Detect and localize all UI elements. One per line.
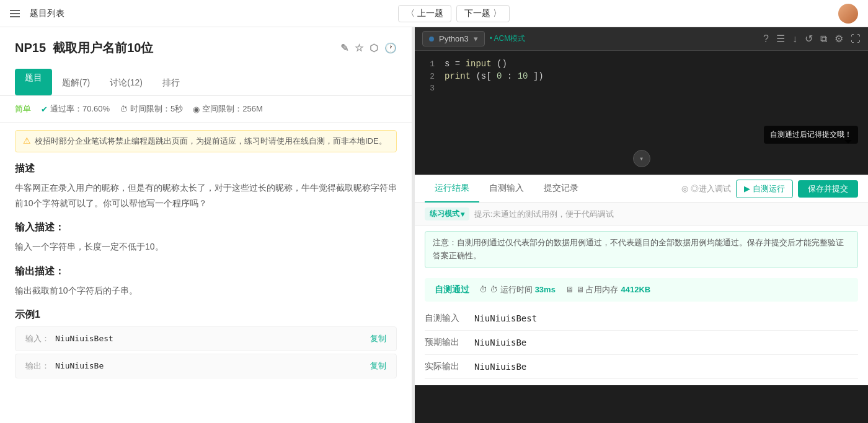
chevron-down-icon: ▾ [461, 210, 464, 219]
clock-icon[interactable]: 🕐 [384, 42, 397, 54]
self-run-button[interactable]: ▶ 自测运行 [736, 180, 793, 198]
example-output-row: 输出： NiuNiuisBe 复制 [15, 354, 397, 378]
copy-output-button[interactable]: 复制 [370, 360, 386, 372]
mem-value: 4412KB [621, 285, 651, 294]
input-row-label: 自测输入 [425, 313, 474, 324]
input-row-value: NiuNiuisBest [474, 313, 537, 323]
example-box: 输入： NiuNiuisBest 复制 输出： NiuNiuisBe 复制 [15, 326, 397, 378]
result-notice: 注意：自测用例通过仅代表部分的数据用例通过，不代表题目的全部数据用例均能通过。保… [425, 231, 858, 268]
edit-icon[interactable]: ✎ [340, 42, 348, 54]
tab-run-result[interactable]: 运行结果 [425, 175, 479, 203]
copy-input-button[interactable]: 复制 [370, 333, 386, 344]
pass-banner: 自测通过 ⏱ ⏱ 运行时间 33ms 🖥 🖥 占用内存 4412KB [425, 278, 858, 302]
run-icon: ▶ [744, 184, 750, 193]
download-icon[interactable]: ↓ [792, 33, 797, 45]
notice-text: 校招时部分企业笔试将禁止编程题跳出页面，为提前适应，练习时请使用在线自测，而非本… [35, 136, 387, 147]
menu-icon[interactable] [10, 10, 20, 17]
avatar [838, 4, 858, 24]
enter-debug-label: ◎进入调试 [691, 183, 731, 194]
line-number-1: 1 [415, 59, 435, 69]
star-icon[interactable]: ☆ [355, 42, 363, 54]
output-label: 输出： [25, 360, 50, 372]
settings-icon[interactable]: ⚙ [835, 33, 843, 45]
example-title: 示例1 [15, 308, 397, 321]
problem-list-button[interactable]: 题目列表 [25, 6, 69, 22]
copy-icon[interactable]: ⧉ [820, 33, 827, 45]
main-layout: NP15 截取用户名前10位 ✎ ☆ ⬡ 🕐 题目 题解(7) 讨论(12) 排… [0, 27, 868, 423]
chevron-down-icon: ▾ [639, 154, 644, 164]
list-icon[interactable]: ☰ [776, 33, 785, 45]
warning-icon: ⚠ [23, 136, 31, 146]
line-code-1: s = input () [445, 59, 507, 69]
enter-debug-button[interactable]: ◎ ◎进入调试 [681, 183, 731, 194]
pass-rate-text: 通过率：70.60% [50, 103, 110, 115]
input-desc-title: 输入描述： [15, 221, 397, 234]
description-title: 描述 [15, 162, 397, 175]
actual-row-label: 实际输出 [425, 361, 474, 372]
next-problem-button[interactable]: 下一题 〉 [456, 5, 510, 22]
save-submit-button[interactable]: 保存并提交 [798, 180, 858, 198]
output-desc-title: 输出描述： [15, 265, 397, 278]
difficulty-label: 简单 [15, 103, 31, 115]
output-desc-text: 输出截取前10个字符后的子串。 [15, 283, 397, 299]
fullscreen-icon[interactable]: ⛶ [851, 33, 861, 45]
editor-actions: ? ☰ ↓ ↺ ⧉ ⚙ ⛶ [763, 33, 861, 45]
nav-center: 〈 上一题 下一题 〉 [398, 5, 510, 22]
result-tabs: 运行结果 自测输入 提交记录 ◎ ◎进入调试 ▶ 自测运行 保存并提交 [415, 175, 868, 203]
line-number-3: 3 [415, 84, 435, 93]
space-limit-text: 空间限制：256M [202, 103, 263, 115]
nav-right [838, 4, 858, 24]
time-icon: ⏱ [479, 285, 487, 294]
tab-rank[interactable]: 排行 [153, 71, 190, 96]
expand-button[interactable]: ▾ [633, 150, 650, 167]
language-label: Python3 [439, 34, 469, 43]
description-text: 牛客网正在录入用户的昵称，但是有的昵称太长了，对于这些过长的昵称，牛牛觉得截取昵… [15, 180, 397, 211]
tab-self-input[interactable]: 自测输入 [479, 175, 534, 203]
expected-row-value: NiuNiuisBe [474, 338, 526, 347]
tab-submit-history[interactable]: 提交记录 [534, 175, 588, 203]
time-value: 33ms [535, 285, 556, 294]
line-code-2: print (s[ 0 : 10 ]) [445, 71, 544, 81]
mem-label: 🖥 占用内存 [576, 284, 619, 295]
actual-row-value: NiuNiuisBe [474, 362, 526, 372]
line-number-2: 2 [415, 72, 435, 81]
notice-bar: ⚠ 校招时部分企业笔试将禁止编程题跳出页面，为提前适应，练习时请使用在线自测，而… [15, 130, 397, 152]
time-meta: ⏱ ⏱ 运行时间 33ms [479, 284, 556, 295]
input-desc-text: 输入一个字符串，长度一定不低于10。 [15, 239, 397, 255]
difficulty-item: 简单 [15, 103, 31, 115]
tab-bar: 题目 题解(7) 讨论(12) 排行 [0, 66, 412, 96]
language-dot [429, 37, 434, 41]
self-test-tooltip: 自测通过后记得提交哦！ [764, 126, 858, 144]
share-icon[interactable]: ⬡ [370, 42, 378, 54]
left-panel: NP15 截取用户名前10位 ✎ ☆ ⬡ 🕐 题目 题解(7) 讨论(12) 排… [0, 27, 412, 423]
time-limit-text: 时间限制：5秒 [130, 103, 183, 115]
problem-id: NP15 [15, 41, 46, 55]
input-label: 输入： [25, 333, 50, 344]
tab-solution[interactable]: 题解(7) [52, 71, 100, 96]
refresh-icon[interactable]: ↺ [805, 33, 813, 45]
acm-mode-tag: • ACM模式 [490, 33, 526, 44]
pass-rate-item: ✔ 通过率：70.60% [41, 103, 110, 115]
problem-title-text: 截取用户名前10位 [53, 41, 153, 55]
code-line-3: 3 [415, 83, 868, 95]
result-row-expected: 预期输出 NiuNiuisBe [425, 331, 858, 355]
bottom-panel: 运行结果 自测输入 提交记录 ◎ ◎进入调试 ▶ 自测运行 保存并提交 [415, 175, 868, 385]
time-icon: ⏱ [120, 105, 128, 114]
practice-hint: 提示:未通过的测试用例，便于代码调试 [474, 209, 614, 220]
result-tab-actions: ◎ ◎进入调试 ▶ 自测运行 保存并提交 [681, 180, 858, 198]
input-desc-title-text: 输入描述： [15, 222, 64, 232]
practice-mode-bar: 练习模式 ▾ 提示:未通过的测试用例，便于代码调试 [415, 203, 868, 226]
result-table: 自测输入 NiuNiuisBest 预期输出 NiuNiuisBe 实际输出 N… [415, 307, 868, 379]
problem-meta: 简单 ✔ 通过率：70.60% ⏱ 时间限制：5秒 ◉ 空间限制：256M [0, 96, 412, 123]
prev-problem-button[interactable]: 〈 上一题 [398, 5, 451, 22]
code-editor[interactable]: 1 s = input () 2 print (s[ 0 : 10 ]) [415, 51, 868, 175]
time-limit-item: ⏱ 时间限制：5秒 [120, 103, 183, 115]
language-selector[interactable]: Python3 ▾ [422, 31, 485, 46]
result-row-input: 自测输入 NiuNiuisBest [425, 307, 858, 331]
problem-id-title: NP15 截取用户名前10位 [15, 40, 153, 56]
output-desc-title-text: 输出描述： [15, 266, 64, 276]
tab-discussion[interactable]: 讨论(12) [100, 71, 153, 96]
tab-problem[interactable]: 题目 [15, 69, 52, 95]
practice-mode-tag[interactable]: 练习模式 ▾ [425, 207, 469, 220]
help-icon[interactable]: ? [763, 33, 769, 45]
